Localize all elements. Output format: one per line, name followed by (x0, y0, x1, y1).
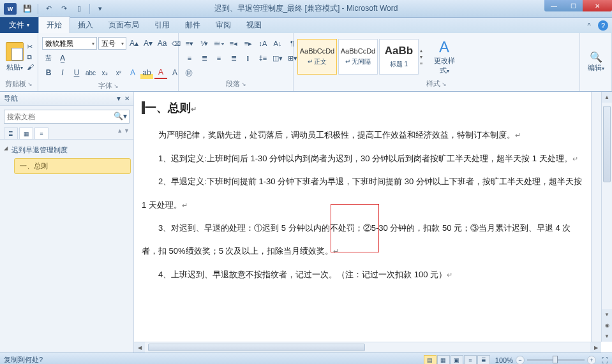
font-color-icon[interactable]: A (154, 66, 167, 79)
style-normal[interactable]: AaBbCcDd ↵ 正文 (297, 39, 337, 75)
new-icon[interactable]: ▯ (72, 3, 86, 15)
multilevel-icon[interactable]: ⩸▾ (212, 37, 226, 50)
highlight-icon[interactable]: ab (140, 66, 153, 79)
redo-icon[interactable]: ↷ (57, 3, 71, 15)
tab-layout[interactable]: 页面布局 (101, 17, 147, 33)
nav-next-icon[interactable]: ▼ (124, 127, 130, 139)
text-direction-icon[interactable]: ↕A (256, 37, 270, 50)
zoom-in-button[interactable]: + (587, 356, 596, 365)
styles-launcher-icon[interactable]: ↘ (442, 81, 447, 87)
numbering-icon[interactable]: ⅟▾ (197, 37, 211, 50)
tree-root-item[interactable]: 迟到早退管理制度 (3, 143, 131, 157)
align-right-icon[interactable]: ≡ (212, 52, 226, 64)
scroll-thumb-h[interactable] (148, 344, 365, 351)
increase-indent-icon[interactable]: ≡▸ (241, 37, 255, 50)
tab-insert[interactable]: 插入 (70, 17, 101, 33)
italic-button[interactable]: I (56, 66, 69, 79)
sort-icon[interactable]: A↓ (271, 37, 285, 50)
document-body[interactable]: .一、总则↵ 为严明纪律，奖励先进，处罚落后，调动员工积极性，提高工作效益和经济… (134, 92, 591, 342)
line-spacing-icon[interactable]: ‡≡ (256, 52, 270, 64)
align-left-icon[interactable]: ≡ (183, 52, 197, 64)
shrink-font-icon[interactable]: A▾ (142, 37, 154, 50)
save-icon[interactable]: 💾 (20, 3, 34, 15)
search-input[interactable] (4, 110, 130, 124)
shading-icon[interactable]: ◫▾ (271, 52, 285, 64)
bullets-icon[interactable]: ≡▾ (183, 37, 197, 50)
document-viewport: .一、总则↵ 为严明纪律，奖励先进，处罚落后，调动员工积极性，提高工作效益和经济… (134, 92, 612, 353)
change-case-icon[interactable]: Aa (156, 37, 168, 50)
view-read-icon[interactable]: ▦ (437, 355, 450, 365)
close-button[interactable]: ✕ (583, 0, 612, 11)
qat-customize-icon[interactable]: ▾ (93, 3, 107, 15)
ribbon: 粘贴▾ ✂ ⧉ 🖌 剪贴板↘ 微软雅黑 五号 A▴ A▾ Aa ⌫ 蜚 A̲ (0, 33, 612, 92)
paste-button[interactable]: 粘贴▾ (4, 42, 26, 72)
nav-tab-pages[interactable]: ▦ (19, 127, 33, 139)
view-draft-icon[interactable]: ≣ (477, 355, 490, 365)
tab-review[interactable]: 审阅 (208, 17, 239, 33)
cut-icon[interactable]: ✂ (27, 43, 34, 51)
tab-mailings[interactable]: 邮件 (177, 17, 208, 33)
nav-close-icon[interactable]: ✕ (124, 95, 130, 102)
tab-home[interactable]: 开始 (38, 16, 70, 33)
minimize-button[interactable]: — (544, 0, 563, 11)
paragraph-launcher-icon[interactable]: ↘ (241, 81, 246, 87)
format-painter-icon[interactable]: 🖌 (27, 63, 34, 71)
decrease-indent-icon[interactable]: ≡◂ (227, 37, 241, 50)
justify-icon[interactable]: ≣ (227, 52, 241, 64)
tab-references[interactable]: 引用 (147, 17, 177, 33)
strike-button[interactable]: abc (84, 66, 97, 79)
nav-tab-results[interactable]: ≡ (34, 127, 49, 139)
view-print-icon[interactable]: ▤ (424, 355, 437, 365)
font-size-combo[interactable]: 五号 (98, 37, 126, 50)
char-border-icon[interactable]: A̲ (56, 52, 69, 64)
zoom-controls: 100% − + ⛶ (495, 356, 608, 365)
zoom-knob[interactable] (553, 356, 558, 363)
superscript-button[interactable]: x² (112, 66, 125, 79)
scroll-down-icon[interactable]: ▼ (602, 309, 612, 320)
nav-tab-headings[interactable]: ≣ (4, 127, 18, 139)
font-name-combo[interactable]: 微软雅黑 (42, 37, 97, 50)
tab-view[interactable]: 视图 (239, 17, 269, 33)
distributed-icon[interactable]: ⫿ (241, 52, 255, 64)
bold-button[interactable]: B (42, 66, 55, 79)
underline-button[interactable]: U (70, 66, 83, 79)
vertical-scrollbar[interactable]: ▲ ▼ ◉ ▼ (601, 92, 612, 342)
zoom-slider[interactable] (527, 359, 585, 361)
scroll-right-icon[interactable]: ▶ (590, 342, 601, 353)
help-icon[interactable]: ? (598, 20, 608, 31)
maximize-button[interactable]: ☐ (563, 0, 583, 11)
minimize-ribbon-icon[interactable]: ^ (584, 20, 594, 31)
scroll-up-icon[interactable]: ▲ (602, 92, 612, 103)
text-effect-icon[interactable]: A (126, 66, 139, 79)
undo-icon[interactable]: ↶ (41, 3, 56, 15)
zoom-level[interactable]: 100% (495, 356, 513, 364)
horizontal-scrollbar[interactable]: ◀ ▶ (134, 342, 601, 353)
scroll-left-icon[interactable]: ◀ (134, 342, 145, 353)
nav-dropdown-icon[interactable]: ▼ (116, 95, 122, 102)
clipboard-launcher-icon[interactable]: ↘ (27, 81, 33, 87)
editing-button[interactable]: 🔍 编辑▾ (584, 51, 608, 73)
change-styles-button[interactable]: A 更改样式▾ (429, 38, 459, 75)
window-title: 迟到、早退管理制度_最终 [兼容模式] - Microsoft Word (214, 3, 398, 14)
style-gallery-more[interactable]: ▴▾≡ (420, 48, 429, 66)
phonetic-icon[interactable]: 蜚 (42, 52, 55, 64)
subscript-button[interactable]: x₂ (98, 66, 111, 79)
prev-page-icon[interactable]: ◉ (602, 320, 612, 331)
align-center-icon[interactable]: ≣ (197, 52, 211, 64)
search-icon[interactable]: 🔍▾ (114, 112, 127, 120)
nav-prev-icon[interactable]: ▲ (117, 127, 123, 139)
view-outline-icon[interactable]: ≡ (464, 355, 477, 365)
grow-font-icon[interactable]: A▴ (128, 37, 140, 50)
scroll-thumb[interactable] (603, 106, 611, 182)
separator (89, 4, 90, 14)
zoom-out-button[interactable]: − (516, 356, 525, 365)
next-page-icon[interactable]: ▼ (602, 331, 612, 342)
tree-child-item[interactable]: 一、总则 (14, 158, 131, 174)
fullscreen-icon[interactable]: ⛶ (601, 356, 608, 364)
view-web-icon[interactable]: ▣ (451, 355, 463, 365)
font-launcher-icon[interactable]: ↘ (114, 83, 119, 89)
style-nospacing[interactable]: AaBbCcDd ↵ 无间隔 (338, 39, 378, 75)
style-heading1[interactable]: AaBb 标题 1 (379, 39, 419, 75)
copy-icon[interactable]: ⧉ (27, 53, 34, 61)
tab-file[interactable]: 文件 ▾ (0, 17, 38, 33)
